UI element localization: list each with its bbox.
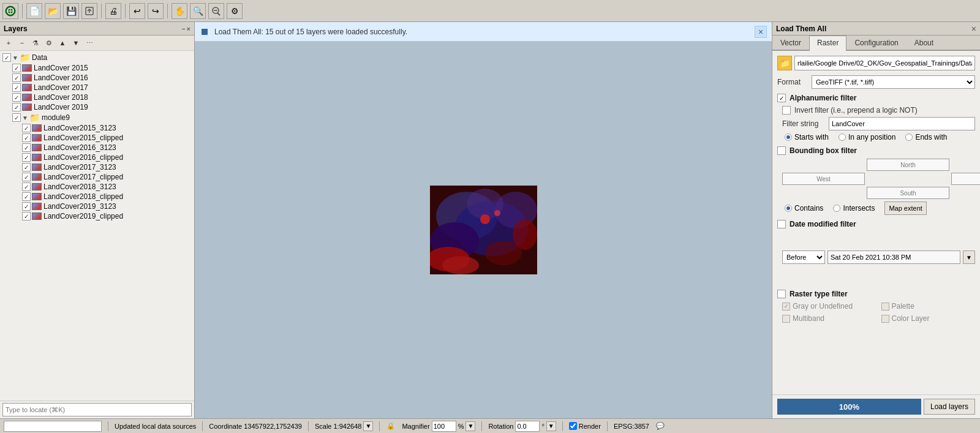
progress-bar[interactable]: 100% [777, 399, 921, 415]
tree-item-lc2015[interactable]: LandCover 2015 [0, 63, 194, 73]
undo-btn[interactable]: ↩ [129, 3, 145, 19]
tree-item-lc2017-3123[interactable]: LandCover2017_3123 [0, 162, 194, 172]
checkbox-lc2016-clipped[interactable] [22, 153, 31, 162]
layers-panel-minimize[interactable]: − [181, 25, 185, 32]
layers-search-input[interactable] [2, 403, 192, 416]
checkbox-lc2017-clipped[interactable] [22, 173, 31, 181]
magnifier-input[interactable] [432, 421, 456, 432]
browse-folder-btn[interactable]: 📁 [777, 56, 792, 70]
checkbox-lc2019-3123[interactable] [22, 202, 31, 211]
checkbox-lc2019-clipped[interactable] [22, 212, 31, 220]
right-panel-close-btn[interactable]: × [971, 24, 976, 34]
raster-type-palette-checkbox[interactable] [881, 303, 889, 311]
radio-starts-with[interactable]: Starts with [785, 133, 829, 141]
move-down-btn[interactable]: ▼ [70, 37, 82, 49]
checkbox-data-group[interactable] [2, 53, 11, 62]
raster-type-gray-checkbox[interactable]: ✓ [782, 303, 790, 311]
tab-vector[interactable]: Vector [772, 36, 809, 50]
tree-item-lc2016-clipped[interactable]: LandCover2016_clipped [0, 152, 194, 162]
tree-item-lc2015-clipped[interactable]: LandCover2015_clipped [0, 133, 194, 143]
bbox-north-input[interactable] [867, 159, 949, 171]
scale-dropdown-btn[interactable]: ▼ [363, 421, 373, 431]
notification-close-btn[interactable]: × [755, 26, 767, 38]
radio-contains[interactable]: Contains [785, 201, 823, 215]
bbox-east-input[interactable] [951, 173, 980, 185]
checkbox-lc2018-clipped[interactable] [22, 192, 31, 201]
render-checkbox[interactable] [569, 422, 577, 430]
tab-raster[interactable]: Raster [809, 36, 846, 51]
magnifier-dropdown-btn[interactable]: ▼ [466, 421, 475, 431]
tree-item-lc2016-3123[interactable]: LandCover2016_3123 [0, 143, 194, 152]
tree-item-lc2017-clipped[interactable]: LandCover2017_clipped [0, 172, 194, 182]
tree-item-lc2018-3123[interactable]: LandCover2018_3123 [0, 182, 194, 192]
status-messages-btn[interactable]: 💬 [655, 421, 665, 431]
checkbox-lc2015-clipped[interactable] [22, 134, 31, 142]
checkbox-lc2018-3123[interactable] [22, 183, 31, 191]
checkbox-lc2018[interactable] [12, 93, 21, 102]
move-up-btn[interactable]: ▲ [56, 37, 69, 49]
redo-btn[interactable]: ↪ [148, 3, 164, 19]
tree-item-lc2019-clipped[interactable]: LandCover2019_clipped [0, 211, 194, 221]
tree-item-lc2019[interactable]: LandCover 2019 [0, 102, 194, 112]
tab-configuration[interactable]: Configuration [846, 36, 906, 50]
map-extent-btn[interactable]: Map extent [884, 201, 926, 215]
date-calendar-btn[interactable]: ▼ [963, 250, 975, 264]
load-layers-btn[interactable]: Load layers [924, 399, 975, 415]
checkbox-lc2017-3123[interactable] [22, 163, 31, 171]
radio-in-any-position[interactable]: In any position [839, 133, 895, 141]
tab-about[interactable]: About [907, 36, 941, 50]
alphanumeric-filter-checkbox[interactable]: ✓ [777, 94, 786, 102]
more-btn[interactable]: ⋯ [83, 37, 96, 49]
tree-item-lc2019-3123[interactable]: LandCover2019_3123 [0, 201, 194, 211]
zoom-out-btn[interactable] [208, 3, 224, 19]
add-layer-btn[interactable]: + [2, 37, 15, 49]
expand-data-group[interactable]: ▼ [12, 55, 18, 61]
tree-item-module9[interactable]: ▼ 📁 module9 [0, 112, 194, 123]
open-project-btn[interactable]: 📂 [45, 3, 61, 19]
remove-layer-btn[interactable]: − [16, 37, 28, 49]
checkbox-lc2015[interactable] [12, 64, 21, 72]
rotation-input[interactable] [515, 421, 540, 432]
checkbox-lc2019[interactable] [12, 103, 21, 111]
checkbox-lc2016-3123[interactable] [22, 143, 31, 152]
date-filter-checkbox[interactable] [777, 220, 786, 228]
checkbox-lc2015-3123[interactable] [22, 124, 31, 132]
expand-module9[interactable]: ▼ [22, 115, 28, 121]
bbox-south-input[interactable] [867, 187, 949, 199]
file-path-input[interactable] [794, 56, 975, 70]
radio-ends-with[interactable]: Ends with [905, 133, 947, 141]
pan-tool-btn[interactable]: ✋ [172, 3, 187, 19]
layers-panel-close[interactable]: × [187, 25, 190, 32]
tree-item-lc2018[interactable]: LandCover 2018 [0, 92, 194, 102]
checkbox-module9[interactable] [12, 113, 21, 122]
filter-layers-btn[interactable]: ⚗ [29, 37, 42, 49]
filter-string-input[interactable] [829, 117, 975, 130]
bbox-filter-checkbox[interactable] [777, 146, 786, 155]
map-area[interactable]: ⏹ Load Them All: 15 out of 15 layers wer… [195, 22, 772, 418]
date-before-after-select[interactable]: Before After [782, 250, 825, 264]
date-input[interactable] [827, 250, 960, 264]
tree-item-data-group[interactable]: ▼ 📁 Data [0, 52, 194, 63]
save-project-btn[interactable]: 💾 [63, 3, 79, 19]
layer-settings-btn[interactable]: ⚙ [43, 37, 55, 49]
checkbox-lc2017[interactable] [12, 83, 21, 92]
rotation-dropdown-btn[interactable]: ▼ [546, 421, 556, 431]
settings-btn[interactable]: ⚙ [227, 3, 243, 19]
raster-type-color-checkbox[interactable] [881, 315, 889, 323]
qgis-logo-btn[interactable] [2, 3, 18, 19]
tree-item-lc2018-clipped[interactable]: LandCover2018_clipped [0, 192, 194, 201]
bbox-west-input[interactable] [782, 173, 865, 185]
format-select[interactable]: GeoTIFF (*.tif, *.tiff) [812, 75, 975, 89]
checkbox-lc2016[interactable] [12, 73, 21, 82]
zoom-in-btn[interactable]: 🔍 [190, 3, 206, 19]
new-project-btn[interactable]: 📄 [26, 3, 42, 19]
print-btn[interactable]: 🖨 [105, 3, 121, 19]
tree-item-lc2015-3123[interactable]: LandCover2015_3123 [0, 123, 194, 133]
invert-filter-checkbox[interactable] [782, 106, 791, 115]
save-as-btn[interactable] [81, 3, 97, 19]
tree-item-lc2016[interactable]: LandCover 2016 [0, 73, 194, 83]
raster-type-filter-checkbox[interactable] [777, 290, 786, 298]
raster-type-multiband-checkbox[interactable] [782, 315, 790, 323]
radio-intersects[interactable]: Intersects [833, 201, 875, 215]
status-epsg[interactable]: EPSG:3857 [614, 423, 649, 430]
